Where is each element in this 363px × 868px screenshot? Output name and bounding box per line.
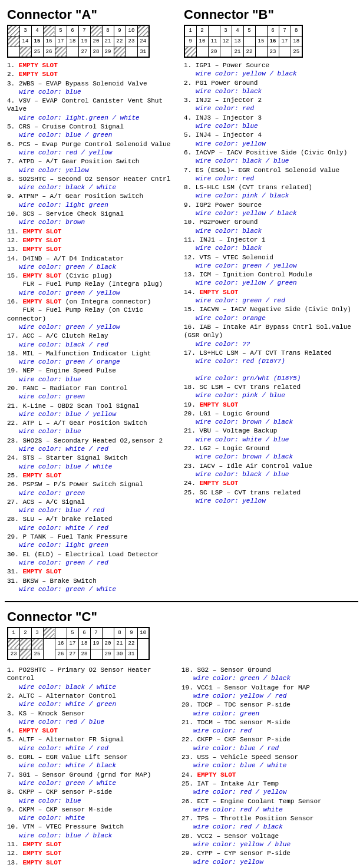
pin-c-24: 24. EMPTY SLOT — [182, 771, 351, 779]
pin-b-17: 17. LS+HLC LSM – A/T CVT Trans Related w… — [184, 349, 356, 382]
pin-b-11: 11. INJ1 – Injector 1 wire color: black — [184, 236, 356, 253]
pin-a-6: 6. PCS – Evap Purge Control Solenoid Val… — [7, 140, 179, 157]
connector-a-section: Connector "A" 345678910 1415161718192021… — [5, 5, 182, 596]
pin-a-14: 14. D4IND – A/T D4 Indicatator wire colo… — [7, 255, 179, 272]
pin-a-31a: 31. EMPTY SLOT — [7, 567, 179, 576]
connector-c-title: Connector "C" — [7, 609, 356, 625]
pin-b-13: 13. ICM – Ignition Control Module wire c… — [184, 270, 356, 288]
pin-c-25: 25. IAT – Intake Air Temp wire color: re… — [182, 780, 351, 797]
pin-b-22: 22. LG2 – Logic Ground wire color: brown… — [184, 444, 356, 461]
pin-a-7: 7. ATPD – A/T Gear Position Switch wire … — [7, 157, 179, 174]
pin-a-22: 22. ATP L – A/T Gear Position Switch wir… — [7, 419, 179, 436]
divider-ab-c — [5, 601, 358, 602]
pin-c-12: 12. EMPTY SLOT — [7, 849, 177, 857]
pin-b-14: 14. EMPTY SLOT wire color: green / red — [184, 288, 356, 305]
connector-b-section: Connector "B" 12345678 91011121315161718… — [182, 5, 358, 596]
pin-a-28: 28. SLU – A/T brake related wire color: … — [7, 515, 179, 532]
pin-a-1: 1. EMPTY SLOT — [7, 61, 179, 70]
pin-b-20: 20. LG1 – Logic Ground wire color: brown… — [184, 410, 356, 427]
pin-a-23: 23. SHO2S – Secondary Heated O2,sensor 2… — [7, 437, 179, 454]
pin-c-3: 3. KS – Knock Sensor wire color: red / b… — [7, 709, 177, 727]
pin-c-21: 21. TDCM – TDC sensor M-side wire color:… — [182, 718, 351, 735]
pin-a-11: 11. EMPTY SLOT — [7, 227, 179, 236]
pin-b-1: 1. IGP1 – Power Source wire color: yello… — [184, 61, 356, 78]
pin-c-29: 29. CYPP – CYP sensor P-side wire color:… — [182, 849, 351, 866]
pin-b-21: 21. VBU – Voltage Backup wire color: whi… — [184, 427, 356, 444]
pin-a-2: 2. EMPTY SLOT — [7, 70, 179, 78]
pin-b-24: 24. EMPTY SLOT — [184, 479, 356, 487]
pin-c-23: 23. USS – Vehicle Speed Sensor wire colo… — [182, 753, 351, 770]
pin-c-2: 2. ALTC – Alternator Control wire color:… — [7, 692, 177, 709]
pin-b-19: 19. EMPTY SLOT — [184, 401, 356, 409]
pin-b-8: 8. LS-HLC LSM (CVT trans related) wire c… — [184, 183, 356, 200]
pin-c-18: 18. SG2 – Sensor Ground wire color: gree… — [182, 666, 351, 683]
pin-c-5: 5. ALTF – Alternator FR Signal wire colo… — [7, 735, 177, 753]
pin-c-11: 11. EMPTY SLOT — [7, 840, 177, 849]
pin-c-22: 22. CKFP – CKF Sensor P-side wire color:… — [182, 735, 351, 753]
pin-c-9: 9. CKPM – CKP sensor M-side wire color: … — [7, 806, 177, 823]
pin-b-18: 18. SC LSM – CVT trans related wire colo… — [184, 383, 356, 400]
pin-a-13: 13. EMPTY SLOT — [7, 245, 179, 253]
pin-b-3: 3. INJ2 – Injector 2 wire color: red — [184, 96, 356, 113]
connector-c-pin-list-right: 18. SG2 – Sensor Ground wire color: gree… — [182, 666, 351, 868]
pin-a-5: 5. CRS – Cruise Control Signal wire colo… — [7, 123, 179, 140]
connector-a-diagram: 345678910 1415161718192021222324 2526 27… — [7, 25, 179, 58]
pin-a-21: 21. K-Line – OBD2 Scan Tool Signal wire … — [7, 402, 179, 419]
pin-a-10: 10. SCS – Service Check Signal wire colo… — [7, 210, 179, 227]
pin-b-25: 25. SC LSP – CVT trans related wire colo… — [184, 489, 356, 506]
connectors-ab-row: Connector "A" 345678910 1415161718192021… — [5, 5, 358, 596]
pin-b-5: 5. INJ4 – Injector 4 wire color: yellow — [184, 131, 356, 148]
pin-a-18: 18. MIL – Malfunction Indicator Light wi… — [7, 349, 179, 367]
pin-a-24: 24. STS – Starter Signal Switch wire col… — [7, 454, 179, 471]
pin-a-16: 16. EMPTY SLOT (on Integra connector) FL… — [7, 298, 179, 331]
connector-a-pin-list: 1. EMPTY SLOT 2. EMPTY SLOT 3. 2WBS – EV… — [7, 61, 179, 593]
pin-a-12: 12. EMPTY SLOT — [7, 236, 179, 245]
connector-a-title: Connector "A" — [7, 7, 179, 22]
pin-a-26: 26. PSPSW – P/S Power Switch Signal wire… — [7, 480, 179, 497]
pin-c-13: 13. EMPTY SLOT — [7, 859, 177, 867]
pin-b-2: 2. PG1 Power Ground wire color: black — [184, 79, 356, 96]
connector-b-title: Connector "B" — [184, 7, 356, 22]
pin-b-16: 16. IAB – Intake Air Bypass Cntrl Sol.Va… — [184, 323, 356, 348]
pin-a-19: 19. NEP – Engine Speed Pulse wire color:… — [7, 367, 179, 384]
connector-c-section: Connector "C" 1235678910 16171819202122 … — [5, 607, 358, 868]
pin-b-12: 12. VTS – VTEC Solenoid wire color: gree… — [184, 253, 356, 270]
connector-b-pin-list: 1. IGP1 – Power Source wire color: yello… — [184, 61, 356, 505]
pin-c-20: 20. TDCP – TDC sensor P-side wire color:… — [182, 701, 351, 718]
pin-c-28: 28. VCC2 – Sensor Voltage wire color: ye… — [182, 832, 351, 849]
pin-b-9: 9. IGP2 Power Source wire color: yellow … — [184, 201, 356, 218]
pin-c-27: 27. TPS – Throttle Position Sensor wire … — [182, 814, 351, 831]
pin-b-4: 4. INJ3 – Injector 3 wire color: blue — [184, 114, 356, 131]
connector-c-diagram: 1235678910 16171819202122 2325 262728 29… — [7, 627, 356, 660]
pin-c-10: 10. VTM – VTEC Pressure Switch wire colo… — [7, 823, 177, 840]
pin-c-26: 26. ECT – Engine Coolant Temp Sensor wir… — [182, 797, 351, 814]
pin-c-6: 6. EGRL – EGR Value Lift Sensor wire col… — [7, 753, 177, 770]
pin-a-30: 30. EL (ELD) – Electrical Load Detector … — [7, 550, 179, 567]
pin-c-4: 4. EMPTY SLOT — [7, 727, 177, 735]
pin-b-10: 10. PG2Power Ground wire color: black — [184, 218, 356, 235]
pin-c-19: 19. VCC1 – Sensor Voltage for MAP wire c… — [182, 684, 351, 701]
pin-a-29: 29. P TANK – Fuel Tank Pressure wire col… — [7, 533, 179, 550]
connector-c-left: 1. PO2SHTC – Primary O2 Sensor Heater Co… — [7, 664, 182, 868]
pin-b-7: 7. ES (ESOL)– EGR Control Solenoid Value… — [184, 166, 356, 183]
pin-a-4: 4. VSV – EVAP Control Canister Vent Shut… — [7, 97, 179, 122]
page: Connector "A" 345678910 1415161718192021… — [0, 0, 363, 868]
pin-c-8: 8. CKPP – CKP sensor P-side wire color: … — [7, 788, 177, 805]
pin-a-15: 15. EMPTY SLOT (Civic plug) FLR – Fuel P… — [7, 272, 179, 297]
pin-a-9: 9. ATPNP – A/T Gear Position Switch wire… — [7, 192, 179, 209]
pin-a-3: 3. 2WBS – EVAP Bypass Solenoid Valve wir… — [7, 80, 179, 97]
pin-a-8: 8. SO2SHTC – Second O2 Sensor Heater Cnt… — [7, 175, 179, 192]
pin-b-23: 23. IACV – Idle Air Control Value wire c… — [184, 462, 356, 479]
connector-c-right: 18. SG2 – Sensor Ground wire color: gree… — [182, 664, 356, 868]
pin-c-1: 1. PO2SHTC – Primary O2 Sensor Heater Co… — [7, 666, 177, 691]
pin-c-7: 7. SG1 – Sensor Ground (grnd for MAP) wi… — [7, 771, 177, 788]
pin-a-27: 27. ACS – A/C Signal wire color: blue / … — [7, 498, 179, 515]
pin-a-31b: 31. BKSW – Brake Switch wire color: gree… — [7, 577, 179, 594]
pin-a-17: 17. ACC – A/C Clutch Relay wire color: b… — [7, 332, 179, 349]
pin-b-15: 15. IACVN – IACV Negative Side (Civic On… — [184, 305, 356, 322]
connector-b-diagram: 12345678 91011121315161718 2021222325 — [184, 25, 356, 58]
connector-c-content: 1. PO2SHTC – Primary O2 Sensor Heater Co… — [7, 664, 356, 868]
pin-a-20: 20. FANC – Radiator Fan Control wire col… — [7, 384, 179, 401]
pin-a-25: 25. EMPTY SLOT — [7, 471, 179, 480]
connector-c-pin-list-left: 1. PO2SHTC – Primary O2 Sensor Heater Co… — [7, 666, 177, 868]
